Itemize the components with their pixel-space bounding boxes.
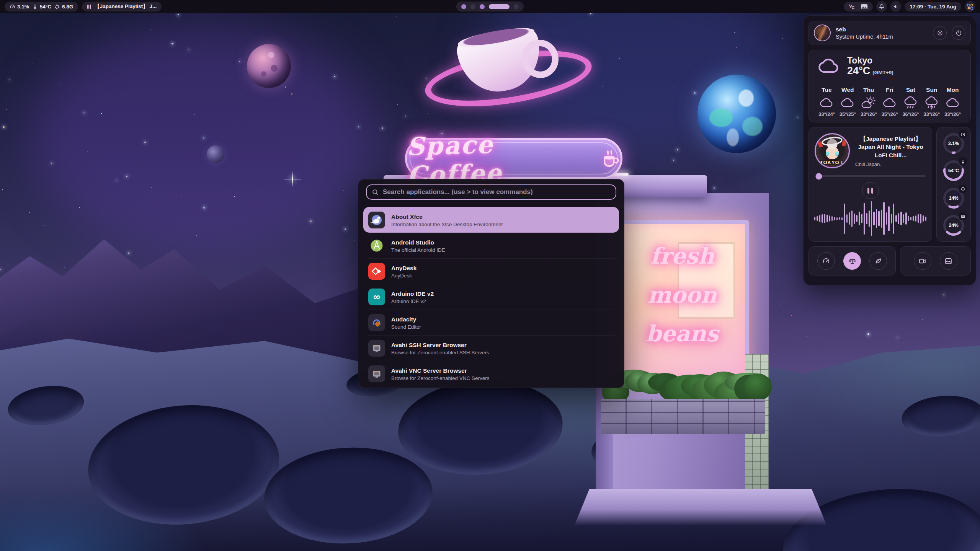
avahi-app-icon bbox=[368, 340, 385, 357]
performance-profile-button[interactable] bbox=[817, 252, 835, 270]
window-neon-sign: freshmoonbeans bbox=[619, 237, 745, 354]
forecast-day-label: Thu bbox=[858, 86, 879, 93]
play-pause-button[interactable] bbox=[862, 182, 879, 199]
track-title: 【Japanese Playlist】 Japan All Night - To… bbox=[855, 135, 926, 160]
app-title: Avahi SSH Server Browser bbox=[391, 341, 489, 349]
forecast-day-label: Sun bbox=[921, 86, 942, 93]
app-title: About Xfce bbox=[391, 213, 503, 221]
power-saver-profile-button[interactable] bbox=[869, 252, 887, 270]
app-description: AnyDesk bbox=[391, 273, 416, 279]
wallpaper-button[interactable] bbox=[940, 252, 957, 270]
cloud-icon bbox=[816, 56, 841, 77]
apps-overview-button[interactable] bbox=[965, 1, 975, 12]
small-moon bbox=[207, 145, 224, 163]
clock-label: 17:09 - Tue, 19 Aug bbox=[910, 4, 956, 10]
app-description: Information about the Xfce Desktop Envir… bbox=[391, 222, 503, 227]
workspace-dot[interactable] bbox=[461, 4, 466, 9]
avahi-app-icon bbox=[368, 365, 385, 382]
speaker-icon bbox=[893, 3, 899, 10]
workspace-dot[interactable] bbox=[480, 4, 485, 9]
speedometer-icon bbox=[822, 257, 830, 265]
image-icon bbox=[944, 257, 952, 265]
weather-card: Tokyo 24°C (GMT+9) Tue33°/24°Wed35°/25°T… bbox=[808, 50, 971, 122]
power-button[interactable] bbox=[952, 26, 965, 40]
app-list-item[interactable]: ∞ Arduino IDE v2 Arduino IDE v2 bbox=[363, 284, 619, 310]
user-card: seb System Uptime: 4h11m bbox=[808, 21, 971, 45]
forecast-day: Wed35°/25° bbox=[837, 86, 858, 117]
app-list-item[interactable]: Android Studio The official Android IDE bbox=[363, 233, 619, 258]
forecast-temps: 33°/26° bbox=[858, 111, 879, 117]
volume-button[interactable] bbox=[890, 1, 901, 12]
forecast-temps: 36°/26° bbox=[900, 111, 921, 117]
search-box[interactable] bbox=[366, 184, 616, 200]
gear-icon bbox=[936, 29, 944, 37]
app-list: About Xfce Information about the Xfce De… bbox=[363, 207, 619, 386]
weather-timezone: (GMT+9) bbox=[872, 70, 893, 75]
app-description: Browse for Zeroconf-enabled SSH Servers bbox=[391, 350, 489, 355]
search-input[interactable] bbox=[383, 188, 611, 196]
system-gauges-card: 3.1%54°C14%24% bbox=[936, 127, 971, 242]
cloud-icon bbox=[879, 96, 900, 110]
app-list-item[interactable]: About Xfce Information about the Xfce De… bbox=[363, 207, 619, 233]
rain-icon bbox=[900, 96, 921, 110]
app-title: Arduino IDE v2 bbox=[391, 290, 434, 298]
sparkle-star bbox=[292, 178, 293, 179]
chip-icon bbox=[54, 4, 60, 10]
app-description: Browse for Zeroconf-enabled VNC Servers bbox=[391, 375, 490, 381]
forecast-temps: 35°/26° bbox=[879, 111, 900, 117]
thermometer-gauge: 54°C bbox=[942, 159, 965, 182]
app-list-item[interactable]: Audacity Sound Editor bbox=[363, 310, 619, 335]
forecast-day: Fri35°/26° bbox=[879, 86, 900, 117]
arduino-app-icon: ∞ bbox=[368, 289, 385, 305]
tray-pill[interactable] bbox=[844, 2, 873, 11]
now-playing-pill[interactable]: 【Japanese Playlist】 J... bbox=[82, 2, 162, 11]
seek-slider[interactable] bbox=[815, 175, 925, 177]
forecast-day-label: Tue bbox=[816, 86, 837, 93]
thermometer-icon bbox=[959, 157, 967, 166]
divider bbox=[816, 82, 963, 82]
weather-city: Tokyo bbox=[847, 56, 893, 65]
screen-record-button[interactable] bbox=[914, 252, 931, 270]
storm-icon bbox=[921, 96, 942, 110]
forecast-day: Sun33°/26° bbox=[921, 86, 942, 117]
apps-grid-icon bbox=[967, 3, 973, 10]
speedometer-gauge: 3.1% bbox=[942, 132, 965, 155]
control-panel: seb System Uptime: 4h11m Tokyo 24°C (GMT… bbox=[803, 15, 976, 285]
forecast-temps: 33°/26° bbox=[942, 111, 963, 117]
app-list-item[interactable]: Avahi VNC Server Browser Browse for Zero… bbox=[363, 361, 619, 386]
clock-pill[interactable]: 17:09 - Tue, 19 Aug bbox=[905, 2, 961, 11]
hedge-plants bbox=[603, 359, 763, 402]
balanced-profile-button[interactable] bbox=[843, 252, 861, 270]
leaf-icon bbox=[874, 257, 882, 265]
svg-text:∞: ∞ bbox=[373, 292, 381, 302]
shop-window: freshmoonbeans bbox=[616, 220, 749, 381]
workspace-indicator[interactable] bbox=[456, 2, 524, 11]
album-art: TOKYO L bbox=[815, 133, 850, 168]
speedometer-icon bbox=[959, 130, 967, 139]
weather-forecast: Tue33°/24°Wed35°/25°Thu33°/26°Fri35°/26°… bbox=[816, 86, 963, 117]
audio-visualizer bbox=[814, 200, 926, 237]
vc-tray-icon[interactable] bbox=[849, 4, 855, 10]
forecast-temps: 35°/25° bbox=[837, 111, 858, 117]
forecast-day: Thu33°/26° bbox=[858, 86, 879, 117]
forecast-day: Tue33°/24° bbox=[816, 86, 837, 117]
disk-icon bbox=[959, 212, 967, 220]
media-player-card: TOKYO L 【Japanese Playlist】 Japan All Ni… bbox=[808, 127, 932, 242]
system-stats-pill[interactable]: 3.1% 54°C 6.8G bbox=[5, 2, 78, 11]
workspace-dot[interactable] bbox=[514, 4, 519, 9]
seek-knob[interactable] bbox=[815, 173, 822, 179]
workspace-dot[interactable] bbox=[470, 4, 475, 9]
app-list-item[interactable]: Avahi SSH Server Browser Browse for Zero… bbox=[363, 335, 619, 361]
forecast-temps: 33°/26° bbox=[921, 111, 942, 117]
user-name: seb bbox=[836, 26, 928, 33]
audacity-app-icon bbox=[368, 314, 385, 331]
notifications-button[interactable] bbox=[876, 1, 887, 12]
app-list-item[interactable]: AnyDesk AnyDesk bbox=[363, 258, 619, 284]
app-title: Avahi VNC Server Browser bbox=[391, 367, 490, 375]
search-icon bbox=[372, 189, 379, 196]
tools-card bbox=[900, 246, 971, 276]
chip-icon bbox=[959, 185, 967, 193]
settings-button[interactable] bbox=[933, 26, 947, 40]
screenshot-tray-icon[interactable] bbox=[861, 4, 868, 10]
workspace-dot[interactable] bbox=[489, 4, 510, 9]
